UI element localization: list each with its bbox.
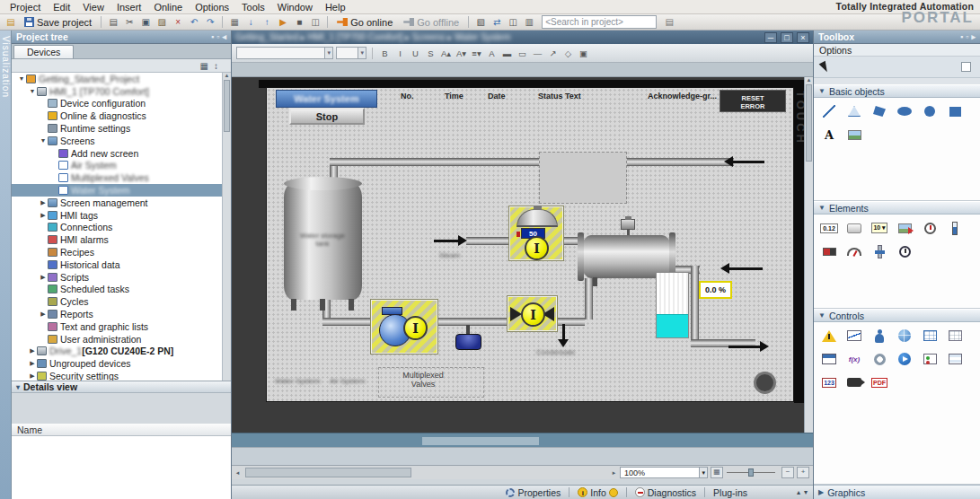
go-online-button[interactable]: Go online [332,15,397,29]
align-text-button[interactable]: ≡▾ [470,47,483,60]
undo-button[interactable]: ↶ [187,15,201,29]
flow-arrow-right-in[interactable] [728,267,763,270]
tool-camera-view[interactable] [843,372,866,393]
stop-runtime-button[interactable]: ■ [292,15,306,29]
editor-minimize-button[interactable]: ─ [764,32,777,43]
tool-media-player[interactable] [893,348,916,370]
font-size-select[interactable]: ▾ [336,47,366,59]
tree-expand-icon[interactable]: ▶ [28,347,37,355]
tool-circle[interactable] [918,101,941,122]
panel-pin-icon[interactable]: ▫ [216,32,219,41]
search-input[interactable] [542,15,657,29]
print-button[interactable]: ▤ [106,15,120,29]
download-to-device-button[interactable]: ↓ [243,15,258,29]
alarm-column-acknowledge-gr[interactable]: Acknowledge-gr... [648,92,717,101]
tree-scrollbar[interactable]: ▲ [222,73,231,381]
tool-datetime[interactable] [918,217,941,239]
menu-insert[interactable]: Insert [110,2,148,13]
alarm-column-date[interactable]: Date [488,92,506,101]
tool-screen-window[interactable] [817,348,841,370]
tree-item-scripts[interactable]: ▶Scripts [12,271,223,284]
canvas-vscrollbar[interactable]: ▲ [804,77,813,433]
project-library-button[interactable]: ▤ [662,15,676,29]
tab-plug-ins[interactable]: Plug-ins [705,486,755,499]
tool-button[interactable] [843,217,866,239]
tree-expand-icon[interactable]: ▶ [39,311,48,318]
scroll-right-icon[interactable]: ▸ [608,469,620,477]
tank-label[interactable]: Water storagetank [294,232,351,248]
butterfly-valve-group[interactable]: I [507,295,558,332]
tool-text-field[interactable]: A [817,124,841,145]
tree-item-online-diagnostics[interactable]: Online & diagnostics [12,109,223,122]
go-offline-button[interactable]: Go offline [399,15,464,29]
valve-indicator-2[interactable]: I [521,302,545,327]
menu-window[interactable]: Window [271,2,319,13]
graphics-panel-header[interactable]: ▶Graphics [814,485,980,499]
tool-polygon-filled[interactable] [868,101,891,122]
tree-item-ungrouped-devices[interactable]: ▶Ungrouped devices [12,357,223,370]
start-runtime-button[interactable]: ▶ [276,15,290,29]
copy-button[interactable]: ▣ [138,15,153,29]
tree-expand-icon[interactable]: ▼ [28,88,37,94]
italic-button[interactable]: I [393,47,407,60]
text-color-button[interactable]: A [485,47,499,60]
details-name-column-header[interactable]: Name [12,424,231,436]
editor-close-button[interactable]: × [797,32,809,43]
pipe-top[interactable] [330,158,734,166]
tree-expand-icon[interactable]: ▶ [39,212,48,219]
window-layout-button[interactable]: ▥ [522,15,536,29]
flow-arrow-condensate[interactable] [562,324,565,340]
split-editor-button[interactable]: ◫ [506,15,520,29]
tool-status-force[interactable] [918,348,941,370]
tool-fx-trend[interactable]: f(x) [843,348,866,370]
panel-options-icon[interactable]: ▪ [960,32,963,41]
flow-arrow-top-in[interactable] [732,161,764,163]
panel-collapse-icon[interactable]: ▾ [804,488,808,496]
tool-user-view[interactable] [868,325,891,346]
menu-view[interactable]: View [76,2,110,13]
panel-pin-icon[interactable]: ▫ [966,32,968,41]
tree-expand-icon[interactable]: ▶ [28,360,37,367]
water-system-status-label[interactable]: Water System: [275,377,322,385]
tool-alarm-view[interactable] [817,325,841,346]
level-tank-graphic[interactable] [656,272,689,338]
tree-item-cycles[interactable]: Cycles [12,295,223,308]
underline-button[interactable]: U [409,47,422,60]
tree-item-hmi-tags[interactable]: ▶HMI tags [12,209,223,222]
compile-button[interactable]: ▦ [227,15,242,29]
tool-gauge[interactable] [843,241,866,262]
steam-label[interactable]: Steam [439,251,460,259]
cut-button[interactable]: ✂ [122,15,137,29]
exchanger-instrument-graphic[interactable] [621,219,635,230]
tree-item-device-configuration[interactable]: Device configuration [12,98,223,110]
fill-color-button[interactable]: ▬ [500,47,514,60]
tool-html-browser[interactable] [893,325,916,346]
level-io-field[interactable]: 0.0 % [699,281,732,299]
fit-screen-button[interactable]: ▦ [711,467,723,478]
valve-dome-graphic[interactable] [516,209,558,227]
actuator-graphic[interactable] [455,334,481,350]
tool-symbolic-io[interactable]: 10 ▾ [868,217,891,239]
menu-edit[interactable]: Edit [47,2,76,13]
menu-options[interactable]: Options [189,2,235,13]
tree-item-getting-started-project[interactable]: ▼Getting_Started_Project [12,73,223,85]
font-size-down-button[interactable]: A▾ [455,47,468,60]
stop-button[interactable]: Stop [289,108,365,125]
heat-exchanger-top-region[interactable] [539,152,627,204]
border-color-button[interactable]: ▭ [516,47,529,60]
tree-item-reports[interactable]: ▶Reports [12,308,223,320]
tab-diagnostics[interactable]: Diagnostics [627,486,704,499]
tree-item-water-system[interactable]: Water System [12,184,223,197]
tree-expand-icon[interactable]: ▶ [39,199,48,206]
reset-error-button[interactable]: RESETERROR [720,90,786,112]
tab-devices[interactable]: Devices [13,45,74,58]
zoom-select[interactable]: 100%▾ [620,467,708,478]
screen-nav-button[interactable] [754,372,776,394]
tool-clock[interactable] [893,241,916,262]
screen-editor-canvas[interactable]: TOUCH Water storagetank [232,77,804,433]
editor-maximize-button[interactable]: □ [781,32,793,43]
upload-from-device-button[interactable]: ↑ [260,15,274,29]
new-project-button[interactable]: ▤ [4,15,18,29]
tree-item-user-administration[interactable]: User administration [12,333,223,346]
tree-item-scheduled-tasks[interactable]: Scheduled tasks [12,284,223,296]
